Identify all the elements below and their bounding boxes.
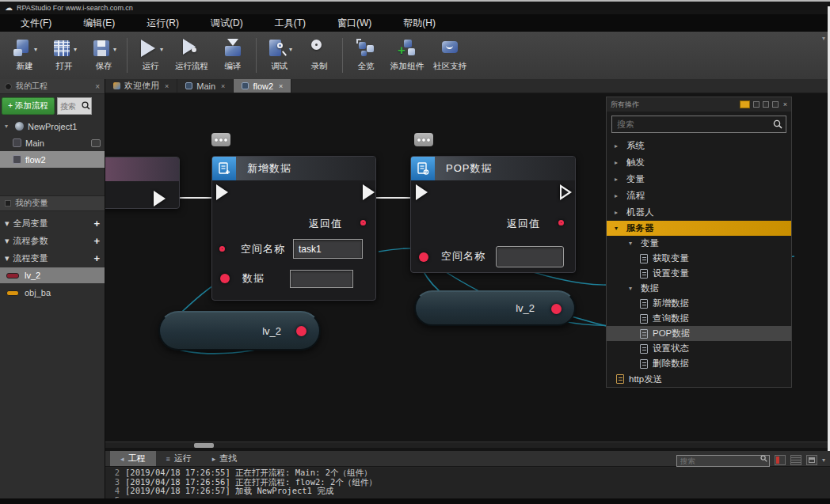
close-panel-icon[interactable]: ×: [783, 100, 787, 108]
save-button[interactable]: ▾ 保存: [84, 33, 124, 78]
tab-flow2[interactable]: flow2 ×: [234, 79, 291, 93]
comment-icon[interactable]: [414, 133, 433, 146]
minimize-icon[interactable]: [763, 101, 769, 108]
compile-button[interactable]: 编译: [213, 33, 253, 78]
open-dropdown-icon[interactable]: ▾: [74, 46, 77, 53]
return-value-pin[interactable]: [558, 220, 564, 225]
caret-down-icon[interactable]: ▾: [5, 123, 11, 130]
close-panel-icon[interactable]: ×: [95, 82, 100, 91]
log-search-input[interactable]: [676, 455, 770, 467]
category-variable[interactable]: ▸变量: [607, 171, 791, 188]
menu-tools[interactable]: 工具(T): [268, 15, 312, 32]
tab-welcome[interactable]: 欢迎使用 ×: [105, 79, 177, 93]
space-name-pin[interactable]: [419, 252, 428, 262]
clear-log-icon[interactable]: [775, 455, 786, 465]
exec-out-pin[interactable]: [363, 184, 375, 200]
category-trigger[interactable]: ▸触发: [607, 154, 791, 171]
run-dropdown-icon[interactable]: ▾: [160, 46, 163, 53]
record-button[interactable]: 录制: [299, 33, 339, 78]
library-item-pop-data[interactable]: POP数据: [607, 326, 791, 341]
caret-right-icon[interactable]: ▸: [615, 192, 622, 199]
variable-pill-lv2[interactable]: lv_2: [414, 290, 576, 326]
overview-button[interactable]: 全览: [346, 33, 386, 78]
menu-file[interactable]: 文件(F): [14, 15, 58, 32]
caret-down-icon[interactable]: ▾: [629, 285, 636, 292]
canvas-horizontal-scrollbar[interactable]: [105, 441, 828, 448]
caret-right-icon[interactable]: ▸: [615, 142, 622, 150]
run-button[interactable]: ▾ 运行: [131, 33, 170, 78]
new-dropdown-icon[interactable]: ▾: [34, 46, 37, 53]
group-global-variables[interactable]: ▾ 全局变量 +: [0, 215, 105, 232]
library-item-get-variable[interactable]: 获取变量: [607, 251, 791, 266]
library-search-input[interactable]: [611, 116, 786, 133]
log-output[interactable]: 2 [2019/04/18 17:26:55] 正在打开流程: Main: 2个…: [105, 468, 830, 498]
menu-debug[interactable]: 调试(D): [204, 15, 249, 32]
data-input[interactable]: [290, 270, 353, 288]
partial-node[interactable]: [105, 157, 180, 209]
space-name-pin[interactable]: [219, 246, 225, 252]
tree-project-root[interactable]: ▾ NewProject1: [0, 118, 105, 135]
flow-canvas[interactable]: 新增数据 返回值 空间名称 数据 POP数据 返回值: [105, 93, 828, 451]
menu-window[interactable]: 窗口(W): [331, 15, 378, 32]
variable-out-pin[interactable]: [296, 326, 306, 336]
caret-down-icon[interactable]: ▾: [5, 236, 10, 246]
group-flow-variables[interactable]: ▾ 流程变量 +: [0, 250, 105, 267]
category-robot[interactable]: ▸机器人: [607, 204, 791, 221]
new-button[interactable]: ▾ 新建: [5, 33, 44, 78]
space-name-input[interactable]: [293, 239, 363, 259]
return-value-pin[interactable]: [360, 220, 366, 225]
library-item-set-variable[interactable]: 设置变量: [607, 266, 791, 281]
community-support-button[interactable]: 社区支持: [428, 33, 471, 78]
save-dropdown-icon[interactable]: ▾: [113, 46, 116, 53]
library-item-delete-data[interactable]: 删除数据: [607, 356, 791, 371]
node-pop-data[interactable]: POP数据 返回值 空间名称: [410, 156, 576, 273]
variable-objba[interactable]: obj_ba: [0, 285, 105, 301]
category-server[interactable]: ▾服务器: [607, 221, 791, 236]
caret-down-icon[interactable]: ▾: [5, 253, 10, 263]
tab-main[interactable]: Main ×: [177, 79, 234, 93]
run-flow-button[interactable]: 运行流程: [170, 33, 213, 78]
open-button[interactable]: ▾ 打开: [44, 33, 84, 78]
close-tab-icon[interactable]: ×: [221, 82, 225, 90]
add-variable-icon[interactable]: +: [93, 218, 100, 229]
caret-down-icon[interactable]: ▾: [615, 225, 622, 232]
pin-icon[interactable]: [753, 101, 760, 108]
dock-highlight-icon[interactable]: [740, 100, 750, 108]
add-flow-button[interactable]: + 添加流程: [2, 97, 55, 115]
data-pin[interactable]: [220, 274, 230, 283]
exec-out-pin[interactable]: [560, 184, 572, 200]
caret-right-icon[interactable]: ▸: [615, 209, 622, 216]
exec-out-pin[interactable]: [154, 191, 166, 207]
server-group-variable[interactable]: ▾变量: [607, 236, 791, 251]
tab-run-log[interactable]: ≡ 运行: [156, 451, 202, 466]
log-grid-icon[interactable]: [790, 455, 801, 465]
add-variable-icon[interactable]: +: [93, 235, 100, 247]
debug-dropdown-icon[interactable]: ▾: [289, 46, 292, 53]
library-item-add-data[interactable]: 新增数据: [607, 296, 791, 311]
tree-flow-main[interactable]: Main: [0, 135, 105, 151]
menu-edit[interactable]: 编辑(E): [77, 15, 121, 32]
exec-in-pin[interactable]: [216, 184, 228, 200]
maximize-panel-icon[interactable]: [806, 455, 817, 465]
library-item-query-data[interactable]: 查询数据: [607, 311, 791, 326]
scrollbar-thumb[interactable]: [194, 443, 214, 448]
close-tab-icon[interactable]: ×: [279, 82, 283, 90]
close-tab-icon[interactable]: ×: [165, 82, 169, 90]
add-variable-icon[interactable]: +: [93, 252, 100, 264]
library-item-http-send[interactable]: http发送: [607, 371, 791, 387]
caret-down-icon[interactable]: ▾: [629, 240, 636, 247]
comment-icon[interactable]: [211, 133, 230, 146]
tab-project-log[interactable]: ◂ 工程: [110, 451, 156, 466]
node-add-data[interactable]: 新增数据 返回值 空间名称 数据: [211, 156, 376, 301]
category-flow[interactable]: ▸流程: [607, 188, 791, 204]
debug-button[interactable]: ▾ 调试: [260, 33, 299, 78]
caret-right-icon[interactable]: ▸: [615, 176, 622, 183]
menu-help[interactable]: 帮助(H): [397, 15, 442, 32]
exec-in-pin[interactable]: [416, 184, 428, 200]
add-component-button[interactable]: + 添加组件: [386, 33, 428, 78]
caret-right-icon[interactable]: ▸: [615, 159, 622, 166]
variable-lv2[interactable]: lv_2: [0, 267, 105, 283]
tree-flow-flow2[interactable]: flow2: [0, 151, 105, 168]
maximize-icon[interactable]: [772, 101, 779, 108]
server-group-data[interactable]: ▾数据: [607, 281, 791, 296]
